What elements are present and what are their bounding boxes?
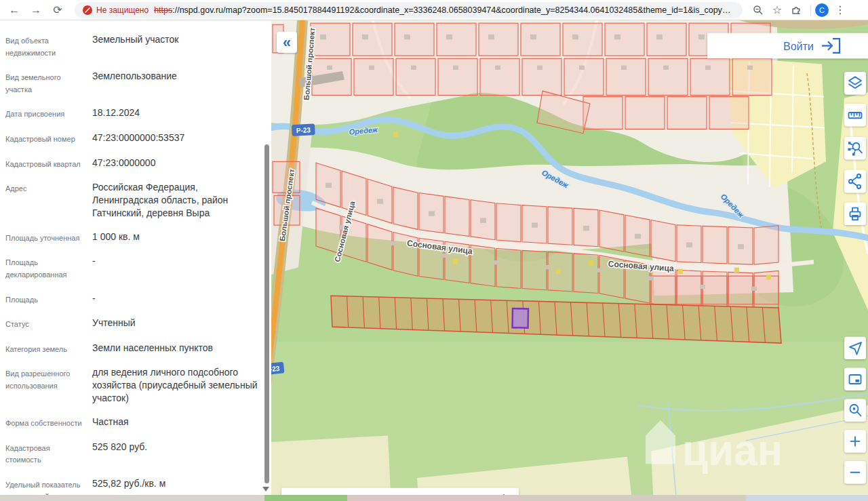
- address-bar[interactable]: Не защищено https://nspd.gov.ru/map?zoom…: [75, 2, 743, 18]
- application-window: ← → ⟳ Не защищено https://nspd.gov.ru/ma…: [0, 0, 868, 501]
- security-badge: Не защищено: [96, 5, 149, 15]
- bookmark-star-icon[interactable]: ☆: [768, 1, 786, 19]
- attribute-row: Площадь-: [5, 287, 264, 313]
- object-search-button[interactable]: [844, 137, 866, 159]
- svg-text:Р-23: Р-23: [296, 126, 311, 134]
- attribute-label: Площадь: [5, 292, 87, 306]
- route-badge: Р-23: [292, 123, 315, 136]
- svg-text:циан: циан: [682, 426, 783, 474]
- bottom-edge-strip: [0, 495, 868, 501]
- selected-parcel[interactable]: [513, 308, 528, 328]
- attribute-row: Кадастровый квартал47:23:0000000: [5, 152, 264, 177]
- attribute-value: 47:23:0000000: [87, 157, 264, 171]
- attribute-value: Российская Федерация, Ленинградская обла…: [87, 181, 264, 220]
- zoom-in-button[interactable]: [844, 430, 866, 452]
- attribute-value: -: [87, 292, 264, 306]
- reload-icon[interactable]: ⟳: [49, 1, 66, 19]
- url-text: https://nspd.gov.ru/map?zoom=15.84501788…: [154, 5, 734, 15]
- attribute-value: -: [87, 255, 264, 281]
- attribute-label: Кадастровый квартал: [5, 157, 87, 171]
- attribute-label: Дата присвоения: [5, 106, 87, 121]
- collapse-panel-button[interactable]: «: [277, 32, 297, 53]
- zoom-out-button[interactable]: [844, 461, 866, 483]
- attribute-value: Частная: [87, 416, 264, 430]
- login-bar: Войти: [707, 33, 868, 59]
- attribute-value: 1 000 кв. м: [87, 231, 264, 245]
- attribute-value: 47:23:0000000:53537: [87, 132, 264, 146]
- menu-kebab-icon[interactable]: ⋮: [831, 1, 849, 19]
- attribute-row: Площадь декларированная-: [5, 250, 264, 287]
- login-button[interactable]: Войти: [783, 39, 814, 52]
- page-content: Вид объекта недвижимостиЗемельный участо…: [0, 20, 868, 501]
- locate-button[interactable]: [844, 337, 866, 359]
- attribute-label: Кадастровая стоимость: [5, 441, 87, 466]
- minimap-button[interactable]: [844, 368, 866, 390]
- measure-button[interactable]: [844, 104, 866, 126]
- attribute-value: для ведения личного подсобного хозяйства…: [87, 366, 264, 405]
- attribute-row: Форма собственностиЧастная: [5, 411, 264, 436]
- attribute-row: АдресРоссийская Федерация, Ленинградская…: [5, 176, 264, 226]
- layers-button[interactable]: [844, 72, 866, 94]
- attribute-row: Кадастровый номер47:23:0000000:53537: [5, 127, 264, 152]
- attribute-value: 525 820 руб.: [87, 441, 264, 466]
- share-button[interactable]: [844, 170, 866, 193]
- attribute-row: Кадастровая стоимость525 820 руб.: [5, 436, 264, 473]
- url-scheme: https: [154, 5, 172, 15]
- attribute-row: Вид разрешенного использованиядля ведени…: [5, 361, 264, 411]
- browser-actions: ☆ C ⋮: [749, 1, 850, 19]
- attribute-label: Вид разрешенного использования: [5, 366, 87, 405]
- attribute-value: Земельный участок: [87, 33, 264, 59]
- chevrons-left-icon: «: [283, 33, 291, 51]
- print-button[interactable]: [844, 203, 866, 225]
- toolbar-separator: [810, 5, 811, 16]
- zoom-page-icon[interactable]: [749, 1, 767, 19]
- panel-scrollbar[interactable]: [264, 144, 269, 483]
- url-rest: ://nspd.gov.ru/map?zoom=15.8450178844911…: [172, 5, 734, 15]
- attribute-label: Форма собственности: [5, 416, 87, 430]
- attribute-row: Вид земельного участкаЗемлепользование: [5, 65, 264, 102]
- back-icon[interactable]: ←: [5, 1, 23, 19]
- not-secure-icon: [83, 5, 92, 15]
- attribute-label: Статус: [5, 317, 87, 331]
- attribute-row: Площадь уточненная1 000 кв. м: [5, 226, 264, 251]
- profile-avatar[interactable]: C: [815, 3, 829, 17]
- scroll-down-arrow-icon[interactable]: [262, 487, 269, 492]
- attribute-row: Дата присвоения18.12.2024: [5, 102, 264, 127]
- place-search-button[interactable]: [844, 399, 866, 421]
- attribute-value: Земли населенных пунктов: [87, 342, 264, 356]
- browser-toolbar: ← → ⟳ Не защищено https://nspd.gov.ru/ma…: [0, 0, 868, 20]
- attribute-row: Категория земельЗемли населенных пунктов: [5, 337, 264, 362]
- attribute-label: Категория земель: [5, 342, 87, 356]
- attribute-label: Площадь декларированная: [5, 255, 87, 281]
- map-canvas[interactable]: циан Большой проспект Большой проспект С…: [271, 20, 868, 501]
- forward-icon[interactable]: →: [27, 1, 45, 19]
- attribute-label: Кадастровый номер: [5, 132, 87, 146]
- parcel-info-panel: Вид объекта недвижимостиЗемельный участо…: [0, 20, 271, 501]
- attribute-row: Вид объекта недвижимостиЗемельный участо…: [5, 28, 264, 65]
- attribute-row: СтатусУчтенный: [5, 312, 264, 337]
- attribute-label: Вид земельного участка: [5, 70, 87, 96]
- attribute-label: Адрес: [5, 181, 87, 220]
- extensions-icon[interactable]: [787, 1, 805, 19]
- attribute-value: 18.12.2024: [87, 106, 264, 121]
- attribute-label: Площадь уточненная: [5, 231, 87, 245]
- attribute-value: Землепользование: [87, 70, 264, 96]
- attribute-label: Вид объекта недвижимости: [5, 33, 87, 59]
- attribute-value: Учтенный: [87, 317, 264, 331]
